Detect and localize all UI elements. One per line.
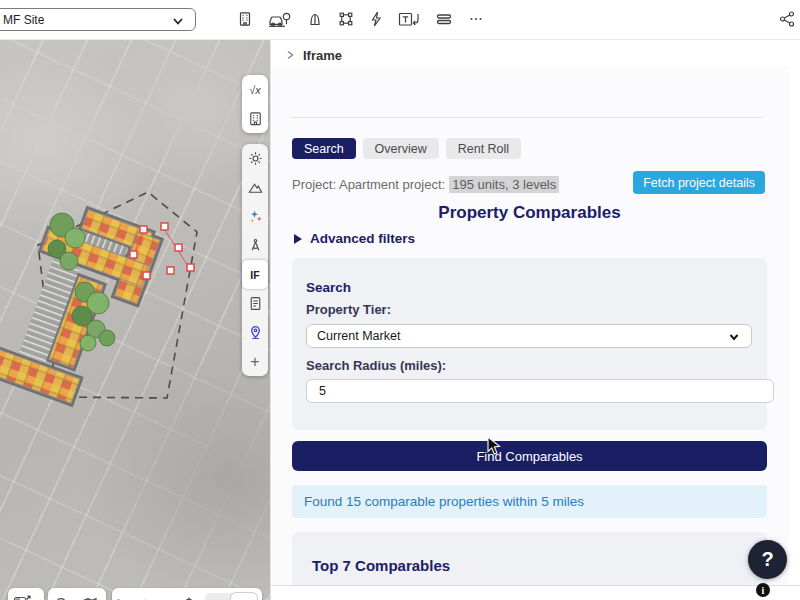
formula-tool-button[interactable]: √x [242,75,268,104]
property-tier-value: Current Market [317,329,400,343]
divider [291,117,763,118]
selection-frame-button[interactable] [337,10,355,28]
find-comparables-button[interactable]: Find Comparables [292,441,767,471]
compass-tool-button[interactable] [242,231,268,260]
select-cursor-icon [114,595,132,600]
more-icon [467,10,485,28]
map-tools-group-main: IF + [242,144,268,376]
building-mode-button[interactable] [236,10,254,28]
breadcrumb[interactable]: Iframe [285,45,342,65]
locate-button[interactable] [178,588,200,600]
search-card: Search Property Tier: Current Market Sea… [292,258,767,430]
iframe-content: Search Overview Rent Roll Project: Apart… [272,66,789,585]
building-tool-button[interactable] [242,104,268,133]
share-button[interactable] [778,10,796,32]
basemap-control-box [8,588,44,600]
tab-overview[interactable]: Overview [363,138,439,159]
site-context-button[interactable] [267,10,293,28]
basemap-button[interactable] [8,588,36,600]
zoom-out-icon: − [162,594,172,600]
tab-search[interactable]: Search [292,138,356,159]
project-label: Project: Apartment project: [292,177,445,192]
if-mode-icon: IF [250,269,259,281]
project-details-highlight: 195 units, 3 levels [449,176,559,193]
map-search-button[interactable] [48,588,76,600]
breadcrumb-label: Iframe [303,48,342,63]
zoom-in-button[interactable]: + [134,588,156,600]
comparables-card: Top 7 Comparables [292,532,767,585]
location-tool-button[interactable] [242,318,268,347]
fetch-project-details-button[interactable]: Fetch project details [633,171,765,194]
car-tree-icon [267,10,293,28]
select-cursor-button[interactable] [112,588,134,600]
iframe-panel: Iframe Search Overview Rent Roll Project… [270,40,800,600]
map-settings-button[interactable] [76,588,104,600]
map-view-controls: + − 2D 3D [112,588,262,600]
advanced-filters-toggle[interactable]: Advanced filters [294,231,415,246]
locate-icon [180,595,198,600]
dimension-toggle: 2D 3D [205,593,257,600]
iframe-bottom-strip [271,585,800,600]
ai-tool-button[interactable] [242,202,268,231]
property-tier-label: Property Tier: [306,302,391,317]
apartment-building-massing [0,190,165,417]
map-viewport[interactable]: √x [0,40,270,600]
zoom-in-icon: + [140,594,150,600]
compass-icon [247,237,264,254]
site-plan-3d-model [0,40,270,600]
advanced-filters-label: Advanced filters [310,231,415,246]
top-toolbar: MF Site [0,0,800,40]
tab-rent-roll[interactable]: Rent Roll [446,138,521,159]
sun-icon [247,150,264,167]
property-tier-select[interactable]: Current Market [306,324,752,348]
chevron-right-icon [285,50,295,60]
plus-icon: + [250,353,259,371]
sun-tool-button[interactable] [242,144,268,173]
formula-icon: √x [249,84,261,96]
results-banner: Found 15 comparable properties within 5 … [292,485,767,518]
chevron-down-icon [728,331,740,343]
search-icon [53,595,71,600]
building-icon [247,110,264,127]
selection-frame-icon [337,10,355,28]
iframe-mode-button[interactable]: IF [242,260,268,289]
terrain-tool-button[interactable] [242,173,268,202]
search-radius-input[interactable] [306,379,774,403]
site-selector[interactable]: MF Site [0,8,196,31]
map-tools-group-top: √x [242,75,268,133]
zoom-out-button[interactable]: − [156,588,178,600]
massing-button[interactable] [306,10,324,28]
add-tool-button[interactable]: + [242,347,268,376]
share-icon [778,10,796,28]
text-annotation-button[interactable] [397,10,421,28]
document-icon [247,295,264,312]
mode-3d-button[interactable]: 3D [231,593,257,600]
measure-icon [434,10,454,28]
basemap-layers-icon [11,593,33,600]
mountain-icon [247,179,264,196]
search-card-heading: Search [306,280,351,295]
info-icon[interactable]: i [756,583,770,597]
text-box-icon [397,10,421,28]
measure-button[interactable] [434,10,454,28]
page-title: Property Comparables [292,203,767,223]
comparables-heading: Top 7 Comparables [312,557,450,574]
chevron-down-icon [171,14,185,28]
map-pin-icon [247,324,264,341]
tab-bar: Search Overview Rent Roll [292,138,521,159]
sparkles-icon [247,208,264,225]
quick-actions-button[interactable] [368,10,384,28]
mode-2d-button[interactable]: 2D [205,593,231,600]
massing-icon [306,10,324,28]
building-icon [236,10,254,28]
lightning-icon [368,10,384,28]
document-tool-button[interactable] [242,289,268,318]
map-search-box [48,588,106,600]
map-settings-icon [81,595,99,600]
toolbar-icon-row [236,10,485,28]
search-radius-label: Search Radius (miles): [306,358,446,373]
expand-arrow-icon [294,234,302,244]
site-selector-value: MF Site [3,13,44,27]
help-button[interactable]: ? [748,540,787,579]
more-tools-button[interactable] [467,10,485,28]
